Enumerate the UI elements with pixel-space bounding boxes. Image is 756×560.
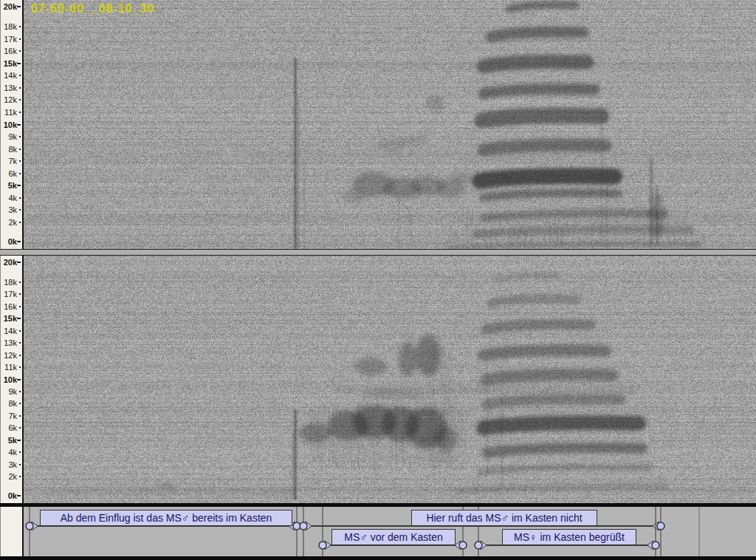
freq-tick-mark (17, 6, 21, 7)
freq-tick-label: 3k (8, 205, 17, 215)
freq-tick-label: 4k (8, 193, 17, 203)
label-track[interactable]: Ab dem Einflug ist das MS♂ bereits im Ka… (0, 507, 756, 556)
freq-tick-label: 17k (4, 34, 17, 44)
freq-tick-mark (19, 330, 21, 332)
label-start-handle[interactable] (475, 542, 482, 549)
freq-tick-label: 13k (4, 338, 17, 348)
freq-tick-label: 5k (8, 435, 17, 445)
freq-tick-mark (19, 306, 21, 307)
freq-tick-label: 5k (8, 180, 17, 191)
freq-tick-label: 16k (4, 46, 17, 56)
freq-tick-mark (19, 451, 21, 453)
frequency-ruler-upper[interactable]: 20k18k17k16k15k14k13k12k11k10k9k8k7k6k5k… (0, 0, 24, 249)
freq-tick-label: 11k (4, 362, 17, 372)
freq-tick-mark (17, 495, 21, 496)
label-start-handle[interactable] (319, 542, 326, 549)
label-track-gutter (0, 507, 24, 556)
bottom-edge-bar (0, 556, 756, 560)
audio-label[interactable]: MS♂ vor dem Kasten (331, 529, 456, 545)
freq-tick-mark (19, 197, 21, 199)
audio-editor-workspace: 20k18k17k16k15k14k13k12k11k10k9k8k7k6k5k… (0, 0, 756, 560)
freq-tick-mark (19, 209, 21, 211)
freq-tick-label: 20k (4, 1, 17, 12)
audio-label[interactable]: MS♀ im Kasten begrüßt (502, 529, 636, 545)
freq-tick-mark (19, 26, 21, 27)
freq-tick-label: 8k (8, 398, 17, 409)
freq-tick-label: 15k (4, 58, 17, 69)
freq-tick-mark (19, 160, 21, 162)
freq-tick-mark (19, 464, 21, 465)
label-end-handle[interactable] (657, 522, 664, 530)
freq-tick-mark (19, 415, 21, 417)
freq-tick-mark (19, 355, 21, 356)
freq-tick-label: 12k (4, 350, 17, 361)
label-end-handle[interactable] (459, 542, 467, 549)
freq-tick-mark (19, 38, 21, 40)
label-start-handle[interactable] (26, 522, 33, 530)
freq-tick-mark (19, 366, 21, 368)
freq-tick-mark (17, 440, 21, 441)
freq-tick-label: 17k (4, 289, 17, 299)
freq-tick-mark (19, 112, 21, 113)
freq-tick-label: 4k (8, 447, 17, 457)
freq-tick-mark (19, 427, 21, 428)
freq-tick-mark (19, 222, 21, 223)
freq-tick-mark (19, 293, 21, 295)
freq-tick-mark (19, 75, 21, 76)
freq-tick-label: 8k (8, 144, 17, 154)
freq-tick-mark (19, 87, 21, 89)
spectrogram-track-lower: 20k18k17k16k15k14k13k12k11k10k9k8k7k6k5k… (0, 256, 756, 503)
freq-tick-mark (19, 148, 21, 150)
freq-tick-label: 9k (8, 132, 17, 142)
freq-tick-mark (17, 241, 21, 242)
freq-tick-mark (17, 63, 21, 64)
frequency-ruler-lower[interactable]: 20k18k17k16k15k14k13k12k11k10k9k8k7k6k5k… (0, 256, 24, 503)
audio-label-text: MS♀ im Kasten begrüßt (514, 531, 625, 543)
freq-tick-mark (17, 185, 21, 186)
freq-tick-label: 10k (4, 375, 17, 385)
freq-tick-mark (17, 318, 21, 319)
freq-tick-mark (19, 403, 21, 404)
clip-title: 07-50-00__08-10_30 (31, 2, 154, 16)
freq-tick-label: 7k (8, 411, 17, 421)
label-start-handle[interactable] (300, 522, 307, 530)
freq-tick-label: 16k (4, 301, 17, 312)
freq-tick-label: 14k (4, 70, 17, 81)
audio-label-text: MS♂ vor dem Kasten (344, 531, 442, 543)
freq-tick-label: 18k (4, 21, 17, 32)
spectrogram-canvas-upper[interactable] (24, 0, 756, 249)
freq-tick-mark (17, 262, 21, 263)
freq-tick-label: 20k (4, 257, 17, 267)
freq-tick-label: 7k (8, 156, 17, 166)
freq-tick-mark (19, 476, 21, 477)
freq-tick-mark (19, 99, 21, 100)
freq-tick-label: 2k (8, 471, 17, 482)
freq-tick-label: 11k (4, 107, 17, 117)
freq-tick-label: 12k (4, 95, 17, 105)
freq-tick-mark (19, 281, 21, 283)
freq-tick-label: 9k (8, 386, 17, 397)
freq-tick-label: 2k (8, 217, 17, 228)
freq-tick-mark (19, 342, 21, 344)
freq-tick-label: 0k (8, 491, 17, 501)
freq-tick-label: 18k (4, 277, 17, 287)
freq-tick-mark (19, 173, 21, 174)
audio-label[interactable]: Ab dem Einflug ist das MS♂ bereits im Ka… (40, 510, 292, 526)
freq-tick-label: 6k (8, 168, 17, 179)
audio-label-text: Ab dem Einflug ist das MS♂ bereits im Ka… (61, 512, 272, 524)
freq-tick-mark (19, 391, 21, 392)
spectrogram-canvas-lower[interactable] (24, 256, 756, 503)
freq-tick-label: 3k (8, 460, 17, 470)
freq-tick-mark (19, 136, 21, 137)
freq-tick-label: 14k (4, 326, 17, 336)
freq-tick-label: 13k (4, 83, 17, 93)
freq-tick-label: 15k (4, 313, 17, 324)
freq-tick-mark (17, 124, 21, 126)
label-end-handle[interactable] (652, 542, 659, 549)
freq-tick-label: 0k (8, 236, 17, 247)
freq-tick-mark (19, 50, 21, 52)
spectrogram-track-upper: 20k18k17k16k15k14k13k12k11k10k9k8k7k6k5k… (0, 0, 756, 249)
freq-tick-mark (17, 379, 21, 380)
audio-label[interactable]: Hier ruft das MS♂ im Kasten nicht (411, 510, 597, 526)
track-divider[interactable] (0, 249, 756, 256)
